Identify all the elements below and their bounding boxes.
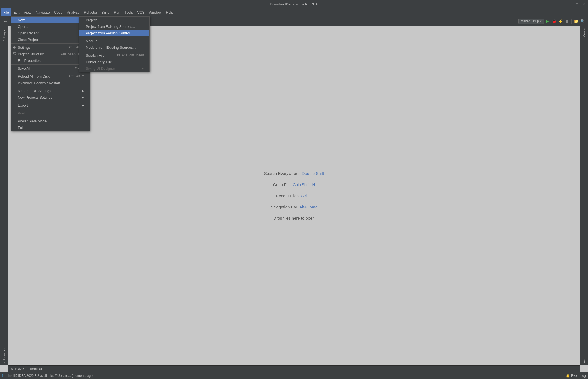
file-open-recent-label: Open Recent <box>18 31 39 35</box>
new-scratch-label: Scratch File <box>86 53 105 57</box>
menu-navigate[interactable]: Navigate <box>33 8 52 16</box>
file-exit-label: Exit <box>18 126 24 130</box>
tab-todo[interactable]: 6: TODO <box>8 366 27 372</box>
new-submenu-project-vcs[interactable]: Project from Version Control... <box>79 30 149 36</box>
menu-sep-7 <box>11 117 90 117</box>
welcome-nav-bar-text: Navigation Bar <box>271 205 297 209</box>
menu-file-reload[interactable]: Reload All from Disk Ctrl+Alt+Y <box>11 73 90 80</box>
menu-file-project-structure[interactable]: 🏗 Project Structure... Ctrl+Alt+Shift+S <box>11 51 90 57</box>
welcome-goto-file-text: Go to File <box>273 182 291 187</box>
file-properties-label: File Properties <box>18 59 41 63</box>
menu-file[interactable]: File <box>1 8 11 16</box>
tab-terminal-label: Terminal <box>30 367 42 371</box>
menu-file-exit[interactable]: Exit <box>11 124 90 131</box>
menu-file-invalidate[interactable]: Invalidate Caches / Restart... <box>11 80 90 86</box>
menu-file-print[interactable]: Print... <box>11 110 90 116</box>
file-settings-label: Settings... <box>18 46 33 50</box>
file-print-label: Print... <box>18 111 28 115</box>
file-reload-label: Reload All from Disk <box>18 74 50 78</box>
run-button[interactable]: ▶ <box>544 18 551 25</box>
menu-file-open-recent[interactable]: Open Recent ▶ <box>11 30 90 36</box>
menu-edit[interactable]: Edit <box>11 8 22 16</box>
toolbar-separator-2 <box>571 19 572 24</box>
close-button[interactable]: ✕ <box>581 2 586 6</box>
new-module-label: Module... <box>86 39 100 43</box>
sidebar-tab-favorites[interactable]: 2: Favorites <box>1 345 7 365</box>
file-project-structure-label: Project Structure... <box>18 52 47 56</box>
welcome-goto-file-shortcut: Ctrl+Shift+N <box>293 182 315 187</box>
sidebar-tab-project[interactable]: 1: Project <box>1 26 7 43</box>
menu-file-settings[interactable]: ⚙ Settings... Ctrl+Alt+S <box>11 44 90 51</box>
new-project-label: Project... <box>86 18 100 22</box>
search-everywhere-button[interactable]: 🔍 <box>579 18 586 25</box>
stop-button[interactable]: ⏹ <box>564 18 570 25</box>
file-new-projects-settings-arrow: ▶ <box>82 96 84 99</box>
menu-window[interactable]: Window <box>147 8 164 16</box>
menu-file-properties[interactable]: File Properties ▶ <box>11 57 90 64</box>
menu-sep-3 <box>11 72 90 72</box>
status-bar: ℹ IntelliJ IDEA 2020.3.2 available: // U… <box>0 372 588 379</box>
new-menu-sep-1 <box>79 37 149 37</box>
new-submenu-module[interactable]: Module... <box>79 38 149 44</box>
new-submenu-project-existing[interactable]: Project from Existing Sources... <box>79 23 149 30</box>
minimize-button[interactable]: ─ <box>568 2 573 6</box>
menu-file-power-save[interactable]: Power Save Mode <box>11 118 90 124</box>
event-log-label: Event Log <box>571 374 586 378</box>
menu-file-close-project[interactable]: Close Project <box>11 36 90 43</box>
coverage-button[interactable]: ⚡ <box>557 18 564 25</box>
new-submenu-swing[interactable]: Swing UI Designer ▶ <box>79 65 149 72</box>
new-submenu-editorconfig[interactable]: EditorConfig File <box>79 59 149 65</box>
menu-tools[interactable]: Tools <box>122 8 135 16</box>
new-swing-arrow: ▶ <box>142 67 144 70</box>
file-export-arrow: ▶ <box>82 104 84 107</box>
menu-sep-1 <box>11 43 90 44</box>
new-menu-sep-2 <box>79 51 149 51</box>
welcome-drop-files-text: Drop files here to open <box>273 216 315 220</box>
sidebar-tab-ant[interactable]: Ant <box>581 356 587 365</box>
sync-button[interactable]: 📁 <box>573 18 579 25</box>
new-submenu-project[interactable]: Project... <box>79 17 149 23</box>
menu-view[interactable]: View <box>22 8 33 16</box>
bottom-tabs: 6: TODO Terminal <box>8 365 580 372</box>
menu-file-save-all[interactable]: Save All Ctrl+S <box>11 65 90 72</box>
file-new-projects-settings-label: New Projects Settings <box>18 95 52 99</box>
file-reload-shortcut: Ctrl+Alt+Y <box>64 74 84 78</box>
tab-todo-label: 6: TODO <box>11 367 24 371</box>
maximize-button[interactable]: □ <box>575 2 579 6</box>
welcome-search: Search Everywhere Double Shift <box>264 171 324 176</box>
file-export-label: Export <box>18 103 28 107</box>
event-log-button[interactable]: 🔔 Event Log <box>566 374 586 378</box>
menu-file-open[interactable]: Open... <box>11 23 90 30</box>
welcome-recent-files: Recent Files Ctrl+E <box>276 193 312 198</box>
menu-run[interactable]: Run <box>112 8 122 16</box>
menu-file-new[interactable]: New ▶ <box>11 17 90 23</box>
welcome-nav-bar-shortcut: Alt+Home <box>299 205 317 209</box>
menu-refactor[interactable]: Refactor <box>82 8 99 16</box>
menu-code[interactable]: Code <box>52 8 65 16</box>
settings-icon: ⚙ <box>12 45 17 50</box>
file-invalidate-label: Invalidate Caches / Restart... <box>18 81 63 85</box>
menu-analyze[interactable]: Analyze <box>65 8 82 16</box>
new-submenu: Project... Project from Existing Sources… <box>79 16 150 72</box>
welcome-nav-bar: Navigation Bar Alt+Home <box>271 205 318 209</box>
title-bar: DownloadDemo - IntelliJ IDEA ─ □ ✕ <box>0 0 588 8</box>
file-menu: New ▶ Open... Open Recent ▶ Close Projec… <box>11 16 90 131</box>
debug-button[interactable]: 🐞 <box>551 18 557 25</box>
sidebar-tab-maven[interactable]: Maven <box>581 26 587 40</box>
menu-file-export[interactable]: Export ▶ <box>11 102 90 108</box>
main-content: Search Everywhere Double Shift Go to Fil… <box>8 26 580 365</box>
back-button[interactable]: ← <box>2 18 9 25</box>
welcome-recent-files-shortcut: Ctrl+E <box>301 193 312 198</box>
menu-help[interactable]: Help <box>164 8 175 16</box>
menu-sep-5 <box>11 101 90 101</box>
menu-vcs[interactable]: VCS <box>135 8 147 16</box>
menu-file-manage-ide[interactable]: Manage IDE Settings ▶ <box>11 87 90 94</box>
tab-terminal[interactable]: Terminal <box>27 366 45 372</box>
menu-build[interactable]: Build <box>99 8 112 16</box>
new-submenu-scratch[interactable]: Scratch File Ctrl+Alt+Shift+Insert <box>79 52 149 59</box>
toolbar-separator-1 <box>10 19 10 24</box>
file-close-project-label: Close Project <box>18 38 39 42</box>
run-config-selector[interactable]: MavenSetup ▾ <box>518 19 544 24</box>
new-submenu-module-existing[interactable]: Module from Existing Sources... <box>79 44 149 51</box>
menu-file-new-projects-settings[interactable]: New Projects Settings ▶ <box>11 94 90 101</box>
